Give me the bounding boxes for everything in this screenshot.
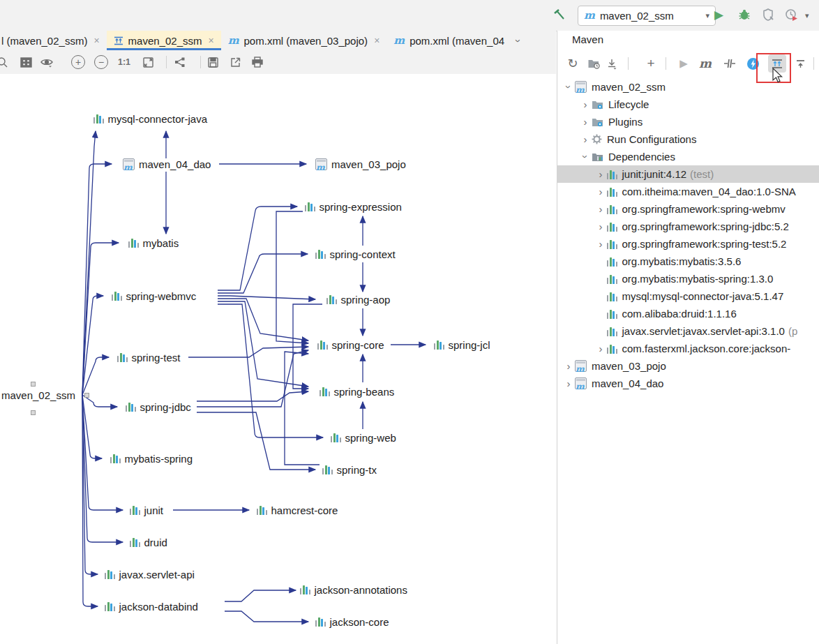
view-settings-eye-icon[interactable] xyxy=(38,53,56,71)
tree-item-maven-04-dao[interactable]: › m maven_04_dao xyxy=(557,375,819,392)
node-spring-core[interactable]: spring-core xyxy=(317,338,384,352)
selection-handle[interactable] xyxy=(31,382,36,387)
node-spring-aop[interactable]: spring-aop xyxy=(326,292,390,306)
tree-item-junit[interactable]: › junit:junit:4.12 (test) xyxy=(557,165,819,183)
tab-pom-maven-02-ssm[interactable]: l (maven_02_ssm) × xyxy=(0,31,107,50)
node-mysql-connector-java[interactable]: mysql-connector-java xyxy=(93,112,207,126)
tree-item-mybatis-spring-dep[interactable]: org.mybatis:mybatis-spring:1.3.0 xyxy=(557,270,819,287)
node-spring-tx[interactable]: spring-tx xyxy=(322,463,377,477)
chevron-down-icon[interactable]: ▾ xyxy=(805,11,809,20)
tab-overflow-chevron-icon[interactable]: › xyxy=(513,39,525,43)
export-icon[interactable] xyxy=(226,53,244,71)
tree-item-jackson-dep[interactable]: › com.fasterxml.jackson.core:jackson- xyxy=(557,340,819,357)
close-icon[interactable]: × xyxy=(208,35,213,46)
run-button[interactable]: ▶ xyxy=(714,8,723,22)
chevron-down-icon: ▾ xyxy=(705,11,709,20)
node-druid[interactable]: druid xyxy=(130,535,167,549)
run-maven-build-icon[interactable]: ▶ xyxy=(675,54,693,73)
chevron-down-icon[interactable]: › xyxy=(580,151,592,163)
node-spring-expression[interactable]: spring-expression xyxy=(305,200,402,214)
chevron-right-icon[interactable]: › xyxy=(594,343,607,354)
chevron-right-icon[interactable]: › xyxy=(594,168,607,180)
tab-pom-maven-03-pojo[interactable]: m pom.xml (maven_03_pojo) × xyxy=(221,31,387,50)
tree-item-druid-dep[interactable]: com.alibaba:druid:1.1.16 xyxy=(557,305,819,322)
dependency-diagram-canvas[interactable] xyxy=(0,74,556,644)
tree-item-mysql-connector-dep[interactable]: mysql:mysql-connector-java:5.1.47 xyxy=(557,287,819,305)
generate-sources-folder-icon[interactable] xyxy=(585,54,603,73)
fit-content-icon[interactable] xyxy=(139,53,157,71)
chevron-right-icon[interactable]: › xyxy=(579,98,592,110)
node-spring-context[interactable]: spring-context xyxy=(315,247,396,261)
chevron-right-icon[interactable]: › xyxy=(579,133,592,145)
reimport-refresh-icon[interactable]: ↻ xyxy=(564,54,582,73)
node-junit[interactable]: junit xyxy=(130,503,163,517)
tree-item-spring-test-dep[interactable]: › org.springframework:spring-test:5.2 xyxy=(557,235,819,253)
node-spring-jdbc[interactable]: spring-jdbc xyxy=(126,400,191,414)
chevron-right-icon[interactable]: › xyxy=(594,238,607,250)
find-icon[interactable] xyxy=(0,53,11,71)
print-icon[interactable] xyxy=(248,53,266,71)
chevron-right-icon[interactable]: › xyxy=(594,220,607,232)
tree-item-mybatis-dep[interactable]: org.mybatis:mybatis:3.5.6 xyxy=(557,253,819,270)
tree-item-label: com.fasterxml.jackson.core:jackson- xyxy=(622,343,791,354)
tree-item-servlet-api-dep[interactable]: javax.servlet:javax.servlet-api:3.1.0 (p xyxy=(557,322,819,340)
node-label: spring-core xyxy=(332,339,384,351)
chevron-right-icon[interactable]: › xyxy=(594,186,607,197)
node-maven-02-ssm[interactable]: maven_02_ssm xyxy=(1,388,75,402)
chevron-right-icon[interactable]: › xyxy=(562,377,575,389)
node-jackson-databind[interactable]: jackson-databind xyxy=(105,599,198,613)
save-icon[interactable] xyxy=(204,53,222,71)
skip-tests-icon[interactable] xyxy=(721,54,739,73)
tree-item-run-configurations[interactable]: › Run Configurations xyxy=(557,130,819,148)
zoom-out-icon[interactable]: − xyxy=(92,53,110,71)
tree-item-spring-webmvc-dep[interactable]: › org.springframework:spring-webmv xyxy=(557,200,819,218)
tree-item-lifecycle[interactable]: › Lifecycle xyxy=(557,96,819,113)
node-spring-webmvc[interactable]: spring-webmvc xyxy=(112,289,196,303)
chevron-right-icon[interactable]: › xyxy=(594,203,607,215)
actual-size-icon[interactable]: 1:1 xyxy=(115,53,133,71)
tree-item-spring-jdbc-dep[interactable]: › org.springframework:spring-jdbc:5.2 xyxy=(557,218,819,235)
add-run-configuration-icon[interactable]: + xyxy=(642,54,660,73)
profiler-button[interactable] xyxy=(784,8,799,25)
tree-item-label: maven_02_ssm xyxy=(592,81,666,93)
chevron-down-icon[interactable]: › xyxy=(563,81,575,93)
tab-diagram-maven-02-ssm[interactable]: maven_02_ssm × xyxy=(107,31,221,50)
tab-pom-maven-04[interactable]: m pom.xml (maven_04 xyxy=(386,31,511,50)
node-maven-04-dao[interactable]: m maven_04_dao xyxy=(123,157,211,171)
download-sources-icon[interactable] xyxy=(603,54,621,73)
tree-item-plugins[interactable]: › Plugins xyxy=(557,113,819,130)
grid-snap-icon[interactable] xyxy=(17,53,35,71)
library-icon xyxy=(607,292,617,301)
debug-button[interactable] xyxy=(737,8,751,24)
tree-item-maven-03-pojo[interactable]: › m maven_03_pojo xyxy=(557,357,819,375)
tree-item-dependencies[interactable]: › Dependencies xyxy=(557,148,819,165)
library-icon xyxy=(93,114,104,123)
node-spring-jcl[interactable]: spring-jcl xyxy=(434,338,490,352)
node-jackson-core[interactable]: jackson-core xyxy=(315,615,389,629)
chevron-right-icon[interactable]: › xyxy=(579,116,592,128)
tree-item-maven-04-dao-dep[interactable]: › com.itheima:maven_04_dao:1.0-SNA xyxy=(557,183,819,200)
node-javax-servlet-api[interactable]: javax.servlet-api xyxy=(105,567,195,581)
selection-handle[interactable] xyxy=(31,410,36,415)
execute-maven-goal-icon[interactable]: m xyxy=(696,54,714,73)
coverage-button[interactable] xyxy=(761,8,775,24)
close-icon[interactable]: × xyxy=(93,35,99,46)
node-spring-test[interactable]: spring-test xyxy=(117,350,181,364)
show-edge-labels-icon[interactable] xyxy=(170,53,188,71)
close-icon[interactable]: × xyxy=(374,35,380,46)
tree-item-scope: (p xyxy=(788,325,797,337)
node-mybatis-spring[interactable]: mybatis-spring xyxy=(110,451,193,465)
selection-handle[interactable] xyxy=(84,393,89,398)
collapse-all-icon[interactable] xyxy=(791,54,809,73)
chevron-right-icon[interactable]: › xyxy=(562,360,575,372)
run-configuration-select[interactable]: m maven_02_ssm ▾ xyxy=(578,6,716,26)
node-spring-web[interactable]: spring-web xyxy=(331,430,396,444)
node-mybatis[interactable]: mybatis xyxy=(128,236,179,250)
build-hammer-icon[interactable] xyxy=(551,8,566,26)
zoom-in-icon[interactable]: + xyxy=(69,53,87,71)
tab-label: l (maven_02_ssm) xyxy=(1,35,87,47)
node-hamcrest-core[interactable]: hamcrest-core xyxy=(257,503,338,517)
node-jackson-annotations[interactable]: jackson-annotations xyxy=(300,583,407,597)
node-maven-03-pojo[interactable]: m maven_03_pojo xyxy=(315,157,406,171)
node-spring-beans[interactable]: spring-beans xyxy=(320,384,394,398)
